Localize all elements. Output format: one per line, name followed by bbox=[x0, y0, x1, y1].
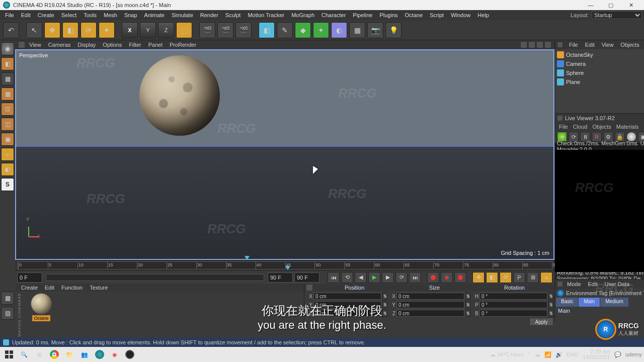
texture-mode[interactable]: ▩ bbox=[1, 72, 14, 85]
step-back[interactable]: ◀ bbox=[355, 272, 367, 283]
apply-button[interactable]: Apply bbox=[529, 318, 553, 326]
rot-Z[interactable] bbox=[479, 310, 547, 317]
add-light[interactable]: 📷 bbox=[367, 22, 383, 38]
obj-row-octanesky[interactable]: OctaneSky bbox=[556, 50, 644, 59]
axis-z-toggle[interactable]: Z bbox=[158, 22, 174, 38]
soft-selection[interactable]: ◐ bbox=[1, 163, 14, 176]
goto-start[interactable]: ⏮ bbox=[328, 272, 340, 283]
menu-window[interactable]: Window bbox=[448, 11, 473, 19]
render-view[interactable]: 🎬 bbox=[199, 22, 215, 38]
keyframe-sel[interactable] bbox=[454, 272, 466, 283]
add-environment[interactable]: ◐ bbox=[331, 22, 347, 38]
key-pla[interactable]: ⊞ bbox=[527, 272, 539, 283]
recent-tool[interactable]: ✦ bbox=[99, 22, 115, 38]
mat-menu-create[interactable]: Create bbox=[18, 284, 41, 291]
menu-snap[interactable]: Snap bbox=[121, 11, 140, 19]
vp-menu-filter[interactable]: Filter bbox=[126, 41, 144, 48]
lv-menu-objects[interactable]: Objects bbox=[590, 123, 613, 130]
menu-create[interactable]: Create bbox=[35, 11, 57, 19]
tray-volume-icon[interactable]: 🔊 bbox=[555, 351, 562, 358]
tray-lang[interactable]: ENG bbox=[567, 351, 579, 357]
goto-end[interactable]: ⏭ bbox=[409, 272, 421, 283]
materials-body[interactable]: MAXON CINEMA4D Octane bbox=[15, 291, 304, 339]
menu-animate[interactable]: Animate bbox=[141, 11, 168, 19]
tray-date[interactable]: 14/06/2021 bbox=[583, 354, 610, 360]
attr-menu-mode[interactable]: Mode bbox=[564, 281, 584, 288]
add-generator[interactable]: ◆ bbox=[295, 22, 311, 38]
chrome-icon[interactable] bbox=[47, 347, 61, 361]
menu-sculpt[interactable]: Sculpt bbox=[222, 11, 244, 19]
key-pos[interactable]: ✥ bbox=[472, 272, 485, 283]
lv-menu-materials[interactable]: Materials bbox=[614, 123, 641, 130]
lv-render-view[interactable]: RRCG RRCG RRCG bbox=[555, 150, 644, 272]
tray-chevron[interactable]: ˄ bbox=[528, 351, 531, 358]
search-icon[interactable]: 🔍 bbox=[17, 347, 31, 361]
point-mode[interactable]: ⊡ bbox=[1, 103, 14, 116]
obj-row-camera[interactable]: Camera bbox=[556, 59, 644, 68]
vp-nav-1[interactable] bbox=[520, 41, 527, 48]
menu-motion-tracker[interactable]: Motion Tracker bbox=[245, 11, 287, 19]
menu-pipeline[interactable]: Pipeline bbox=[350, 11, 375, 19]
model-mode[interactable]: ◧ bbox=[1, 57, 14, 70]
add-deformer[interactable]: ✦ bbox=[313, 22, 329, 38]
vp-nav-3[interactable] bbox=[536, 41, 543, 48]
obj-row-plane[interactable]: Plane bbox=[556, 77, 644, 86]
snap-toggle[interactable]: S bbox=[1, 178, 14, 191]
obj-menu-view[interactable]: View bbox=[599, 41, 617, 48]
tray-wifi-icon[interactable]: 📶 bbox=[544, 351, 551, 358]
obs-icon[interactable] bbox=[123, 347, 137, 361]
key-scale[interactable]: ◧ bbox=[486, 272, 498, 283]
attr-grip[interactable] bbox=[557, 281, 563, 287]
lv-menu-file[interactable]: File bbox=[557, 123, 570, 130]
layout-select[interactable]: Startup bbox=[592, 11, 642, 19]
vp-nav-4[interactable] bbox=[544, 41, 551, 48]
step-fwd[interactable]: ▶ bbox=[382, 272, 394, 283]
rot-Y[interactable] bbox=[479, 301, 547, 308]
make-editable[interactable]: ◉ bbox=[1, 42, 14, 55]
mat-menu-edit[interactable]: Edit bbox=[42, 284, 57, 291]
add-spline[interactable]: ✎ bbox=[277, 22, 293, 38]
material-octane[interactable]: Octane bbox=[29, 293, 53, 321]
attr-menu-edit[interactable]: Edit bbox=[585, 281, 601, 288]
key-rot[interactable]: ⟳ bbox=[500, 272, 512, 283]
axis-mode[interactable]: ⌐ bbox=[1, 148, 14, 161]
vp-menu-view[interactable]: View bbox=[26, 41, 44, 48]
vp-menu-display[interactable]: Display bbox=[74, 41, 99, 48]
menu-mesh[interactable]: Mesh bbox=[101, 11, 120, 19]
vp-grip[interactable] bbox=[18, 41, 25, 48]
record-key[interactable] bbox=[427, 272, 439, 283]
vp-nav-2[interactable] bbox=[528, 41, 535, 48]
menu-mograph[interactable]: MoGraph bbox=[288, 11, 317, 19]
scale-tool[interactable]: ◧ bbox=[62, 22, 78, 38]
autokey[interactable] bbox=[441, 272, 453, 283]
axis-y-toggle[interactable]: Y bbox=[140, 22, 156, 38]
obj-menu-edit[interactable]: Edit bbox=[582, 41, 598, 48]
frame-start[interactable] bbox=[17, 273, 42, 283]
pos-Z[interactable] bbox=[313, 310, 381, 317]
workplane-1[interactable]: ▦ bbox=[1, 292, 14, 305]
timeline-ruler[interactable]: 051015202530354045505560657075808590 bbox=[18, 261, 552, 269]
perspective-viewport[interactable]: Perspective Y X Grid Spacing : 1 cm RRCG… bbox=[15, 49, 554, 260]
add-scene[interactable]: 💡 bbox=[385, 22, 401, 38]
polygon-mode[interactable]: ▣ bbox=[1, 133, 14, 146]
select-tool[interactable]: ↖ bbox=[26, 22, 42, 38]
coord-system[interactable]: ⬚ bbox=[176, 22, 192, 38]
undo-button[interactable]: ↶ bbox=[3, 22, 19, 38]
teams-icon[interactable]: 👥 bbox=[77, 347, 92, 361]
attr-tab-main[interactable]: Main bbox=[579, 298, 600, 307]
key-param[interactable]: P bbox=[513, 272, 525, 283]
menu-select[interactable]: Select bbox=[58, 11, 80, 19]
vp-menu-cameras[interactable]: Cameras bbox=[45, 41, 74, 48]
menu-octane[interactable]: Octane bbox=[402, 11, 426, 19]
menu-file[interactable]: File bbox=[2, 11, 17, 19]
rot-X[interactable] bbox=[479, 293, 547, 300]
pos-Y[interactable] bbox=[313, 301, 381, 308]
lv-grip[interactable] bbox=[557, 115, 563, 121]
vp-menu-options[interactable]: Options bbox=[100, 41, 125, 48]
attr-tab-basic[interactable]: Basic bbox=[556, 298, 578, 307]
step-fwd-key[interactable]: ⟳ bbox=[395, 272, 408, 283]
maximize-button[interactable]: ▢ bbox=[601, 0, 621, 10]
play[interactable]: ▶ bbox=[368, 272, 380, 283]
menu-help[interactable]: Help bbox=[474, 11, 492, 19]
lv-menu-cloud[interactable]: Cloud bbox=[571, 123, 590, 130]
